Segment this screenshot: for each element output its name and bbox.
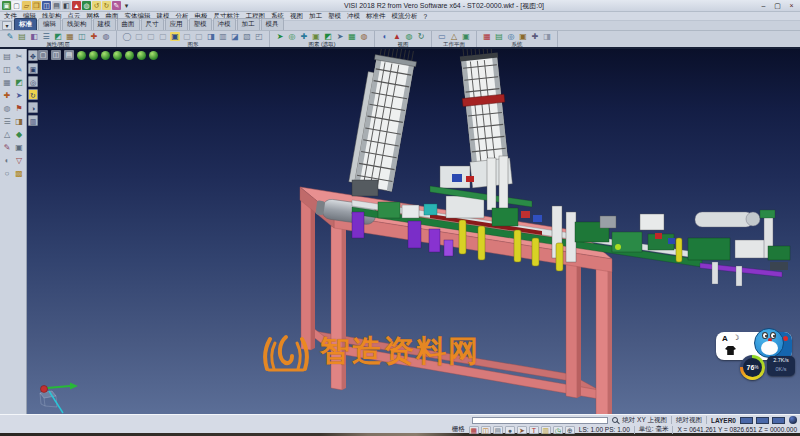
- snap-vector-icon[interactable]: ➤: [517, 426, 527, 434]
- menu-item[interactable]: 模流分析: [392, 12, 418, 21]
- dock-contrast-icon[interactable]: ◐: [1, 155, 13, 167]
- select-face-icon[interactable]: ◩: [323, 32, 333, 41]
- select-arrow-icon[interactable]: ➤: [275, 32, 285, 41]
- undo-icon[interactable]: ↺: [92, 1, 101, 10]
- add-layer-icon[interactable]: ✚: [89, 32, 99, 41]
- hatch-icon[interactable]: ▧: [242, 32, 252, 41]
- maximize-button[interactable]: ▢: [771, 1, 784, 10]
- pan-icon[interactable]: ✥: [28, 50, 38, 61]
- menu-item[interactable]: 塑模: [328, 12, 341, 21]
- dock-flag-icon[interactable]: ⚑: [13, 103, 25, 115]
- line-style-icon[interactable]: ☰: [41, 32, 51, 41]
- menu-item[interactable]: 视图: [290, 12, 303, 21]
- attribute-pencil-icon[interactable]: ✎: [5, 32, 15, 41]
- view-iso-icon[interactable]: [113, 51, 122, 60]
- tab-wireframe[interactable]: 线架构: [62, 18, 92, 30]
- tab-overflow-dropdown-icon[interactable]: ▾: [2, 21, 12, 30]
- active-layer-status[interactable]: LAYER0: [711, 417, 736, 424]
- grid-icon[interactable]: ▦: [65, 32, 75, 41]
- view-reference-status[interactable]: 绝对视图: [676, 416, 702, 425]
- tab-standard[interactable]: 标准: [14, 18, 37, 30]
- dock-ring-icon[interactable]: ○: [1, 168, 13, 180]
- dock-globe-icon[interactable]: ◍: [1, 103, 13, 115]
- dock-shade-icon[interactable]: ◩: [13, 77, 25, 89]
- usage-gauge[interactable]: 76%: [740, 355, 765, 380]
- net-speed-pill[interactable]: 2.7K/s 0K/s: [767, 356, 795, 376]
- snap-mid-icon[interactable]: ▤: [493, 426, 503, 434]
- system-panel-icon[interactable]: ◨: [542, 32, 552, 41]
- globe-layer-icon[interactable]: ◍: [101, 32, 111, 41]
- tab-tooling[interactable]: 模具: [261, 18, 284, 30]
- close-button[interactable]: ×: [785, 1, 798, 10]
- snap-grid-icon[interactable]: ▦: [469, 426, 479, 434]
- qa-more-dropdown-icon[interactable]: ▾: [122, 1, 131, 10]
- select-chain-icon[interactable]: ➤: [335, 32, 345, 41]
- window-icon[interactable]: ▢: [38, 50, 48, 60]
- dock-diamond-icon[interactable]: ◆: [13, 129, 25, 141]
- globe-icon[interactable]: ◍: [82, 1, 91, 10]
- circle-tool-icon[interactable]: ◯: [122, 32, 132, 41]
- dock-plus-icon[interactable]: ✚: [1, 90, 13, 102]
- dock-edit-icon[interactable]: ✎: [1, 142, 13, 154]
- layer-list-icon[interactable]: ▤: [17, 32, 27, 41]
- crosshair-icon[interactable]: ⊕: [565, 426, 575, 434]
- view-dynamic-icon[interactable]: [149, 51, 158, 60]
- view-globe-icon[interactable]: ◍: [404, 32, 414, 41]
- tab-die[interactable]: 冲模: [213, 18, 236, 30]
- grid-toggle-label[interactable]: 栅格: [452, 425, 465, 434]
- tab-modeling[interactable]: 建模: [93, 18, 116, 30]
- system-box-icon[interactable]: ▣: [518, 32, 528, 41]
- open-folder-icon[interactable]: ▱: [22, 1, 31, 10]
- tab-dimension[interactable]: 尺寸: [141, 18, 164, 30]
- dock-hatch-icon[interactable]: ▩: [13, 168, 25, 180]
- corner-shade-icon[interactable]: ◪: [230, 32, 240, 41]
- snap-node-icon[interactable]: ●: [505, 426, 515, 434]
- command-input[interactable]: [472, 417, 608, 424]
- tab-edit[interactable]: 编辑: [38, 18, 61, 30]
- workplane-set-icon[interactable]: ▣: [461, 32, 471, 41]
- dock-viewcube-icon[interactable]: ◫: [1, 64, 13, 76]
- dock-arrow-icon[interactable]: ➤: [13, 90, 25, 102]
- swap-layer-icon[interactable]: ◫: [77, 32, 87, 41]
- print-icon[interactable]: ▤: [52, 1, 61, 10]
- tab-machining[interactable]: 加工: [237, 18, 260, 30]
- system-cross-icon[interactable]: ✚: [530, 32, 540, 41]
- menu-item[interactable]: 标准件: [366, 12, 386, 21]
- redo-icon[interactable]: ↻: [102, 1, 111, 10]
- layer-color-swatch[interactable]: [772, 417, 785, 424]
- split-window-icon[interactable]: ◫: [51, 50, 61, 60]
- view-top-icon[interactable]: [77, 51, 86, 60]
- view-side-icon[interactable]: [101, 51, 110, 60]
- layer-color-swatch[interactable]: [756, 417, 769, 424]
- delete-icon[interactable]: ▲: [72, 1, 81, 10]
- dock-panel-icon[interactable]: ▣: [13, 142, 25, 154]
- view-bottom-icon[interactable]: [137, 51, 146, 60]
- workplane-icon[interactable]: ▭: [437, 32, 447, 41]
- blank-view4-icon[interactable]: ▢: [182, 32, 192, 41]
- rows-icon[interactable]: ▥: [218, 32, 228, 41]
- hide-icon[interactable]: ▥: [28, 115, 38, 126]
- shading-icon[interactable]: ◑: [28, 102, 38, 113]
- layer-split-icon[interactable]: ◧: [29, 32, 39, 41]
- dock-triangle-icon[interactable]: △: [1, 129, 13, 141]
- snap-height-icon[interactable]: ▥: [541, 426, 551, 434]
- quad-icon[interactable]: ◰: [254, 32, 264, 41]
- view-back-icon[interactable]: [125, 51, 134, 60]
- folders-icon[interactable]: ❐: [32, 1, 41, 10]
- menu-item[interactable]: 冲模: [347, 12, 360, 21]
- 3d-viewport[interactable]: ▢◫▤ ✥▣◎↻◑▥ 智造资料网: [27, 49, 800, 414]
- layer-color-swatch[interactable]: [740, 417, 753, 424]
- view-rotate-icon[interactable]: ↻: [416, 32, 426, 41]
- menu-item[interactable]: ?: [424, 13, 428, 20]
- blank-view5-icon[interactable]: ▢: [194, 32, 204, 41]
- scale-status[interactable]: LS: 1.00 PS: 1.00: [579, 426, 630, 433]
- brush-icon[interactable]: ✎: [112, 1, 121, 10]
- active-style-icon[interactable]: ▣: [170, 32, 180, 41]
- tab-apply[interactable]: 应用: [165, 18, 188, 30]
- tab-mould[interactable]: 塑模: [189, 18, 212, 30]
- dock-open-icon[interactable]: ▤: [1, 51, 13, 63]
- view-shade-icon[interactable]: ◐: [380, 32, 390, 41]
- select-circle-icon[interactable]: ◎: [287, 32, 297, 41]
- minimize-button[interactable]: –: [757, 1, 770, 10]
- select-sphere-icon[interactable]: ◍: [359, 32, 369, 41]
